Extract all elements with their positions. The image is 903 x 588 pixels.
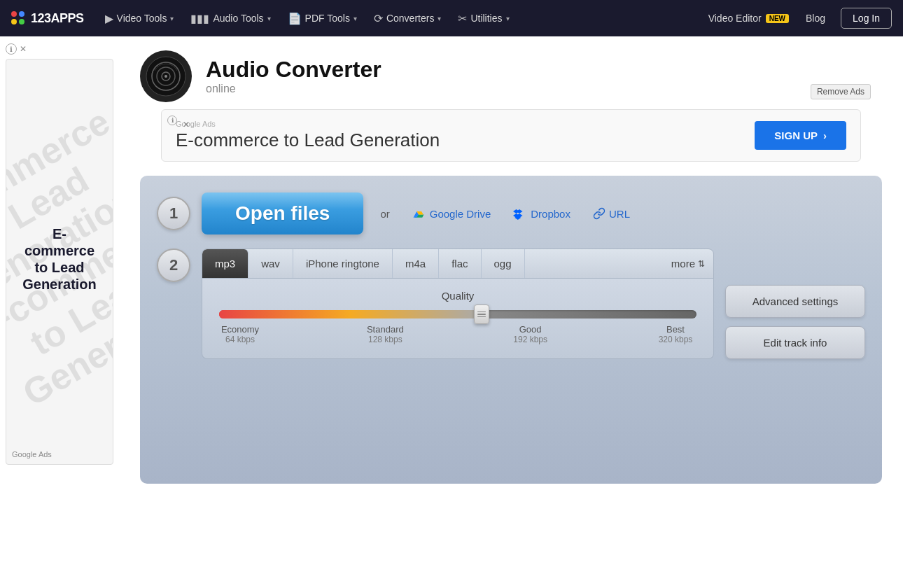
nav-utilities-label: Utilities	[470, 13, 502, 24]
ad-banner-close-button[interactable]: ✕	[183, 120, 190, 130]
open-files-button[interactable]: Open files	[202, 192, 363, 234]
logo-dot-blue	[19, 11, 24, 17]
navbar: 123APPS ▶ Video Tools ▾ ▮▮▮ Audio Tools …	[0, 0, 903, 36]
converter-area: 1 Open files or Google Drive	[140, 176, 882, 484]
ad-info-icon[interactable]: ℹ	[6, 43, 17, 55]
advanced-settings-button[interactable]: Advanced settings	[725, 285, 865, 318]
dropbox-icon	[513, 207, 526, 220]
format-tab-flac[interactable]: flac	[439, 249, 481, 278]
app-header: Audio Converter online	[119, 36, 903, 109]
left-ad-content: E-commerceto LeadGenerationE-commerceto …	[6, 59, 113, 465]
edit-track-info-button[interactable]: Edit track info	[725, 326, 865, 359]
remove-ads-button[interactable]: Remove Ads	[811, 84, 871, 99]
format-tab-wav[interactable]: wav	[248, 249, 293, 278]
ad-banner-info-icon[interactable]: ℹ	[167, 115, 177, 125]
app-title-area: Audio Converter online	[206, 57, 382, 94]
logo-dots	[11, 11, 25, 25]
logo-dot-yellow	[11, 19, 17, 24]
quality-slider[interactable]	[216, 310, 699, 318]
quality-marker-good: Good 192 kbps	[510, 324, 552, 344]
nav-video-tools-label: Video Tools	[117, 13, 167, 24]
audio-icon: ▮▮▮	[190, 12, 209, 25]
ad-banner-left: Google Ads E-commerce to Lead Generation	[176, 120, 741, 151]
thumb-line-3	[477, 316, 486, 318]
left-ad-small-label: Google Ads	[12, 450, 52, 458]
quality-filled	[219, 310, 482, 318]
chevron-down-icon-3: ▾	[354, 15, 357, 22]
new-badge: NEW	[766, 14, 789, 23]
quality-thumb[interactable]	[474, 304, 489, 324]
chevron-up-down-icon: ⇅	[698, 259, 705, 269]
ad-banner-headline: E-commerce to Lead Generation	[176, 130, 741, 151]
ad-close-button[interactable]: ✕	[20, 45, 27, 53]
step-1-row: 1 Open files or Google Drive	[157, 192, 865, 234]
pdf-icon: 📄	[288, 12, 302, 25]
quality-marker-economy: Economy 64 kbps	[219, 324, 261, 344]
ad-google-label: Google Ads	[176, 120, 741, 128]
url-icon	[593, 207, 606, 220]
app-title: Audio Converter	[206, 57, 382, 82]
google-drive-icon	[412, 207, 425, 220]
nav-video-tools[interactable]: ▶ Video Tools ▾	[98, 8, 181, 29]
dropbox-button[interactable]: Dropbox	[507, 204, 576, 223]
nav-converters-label: Converters	[386, 13, 434, 24]
logo-text: 123APPS	[31, 11, 84, 26]
google-drive-button[interactable]: Google Drive	[407, 204, 497, 223]
ad-banner: ℹ ✕ Google Ads E-commerce to Lead Genera…	[161, 109, 861, 162]
ad-signup-button[interactable]: SIGN UP ›	[755, 121, 846, 150]
nav-video-editor[interactable]: Video Editor NEW	[701, 8, 796, 28]
chevron-down-icon: ▾	[170, 15, 174, 22]
converters-icon: ⟳	[374, 12, 383, 25]
utilities-icon: ✂	[458, 12, 467, 25]
svg-point-4	[164, 75, 167, 78]
video-icon: ▶	[105, 12, 113, 25]
app-logo-svg	[145, 55, 187, 97]
ad-banner-wrapper: Remove Ads ℹ ✕ Google Ads E-commerce to …	[140, 109, 882, 169]
quality-track	[219, 310, 696, 318]
nav-pdf-tools[interactable]: 📄 PDF Tools ▾	[281, 8, 364, 29]
format-tab-more[interactable]: more ⇅	[663, 249, 713, 278]
nav-logo[interactable]: 123APPS	[11, 11, 84, 26]
nav-utilities[interactable]: ✂ Utilities ▾	[451, 8, 516, 29]
step-1-circle: 1	[157, 197, 190, 230]
ad-banner-info: ℹ ✕	[167, 115, 177, 125]
ad-info-bar: ℹ ✕	[6, 43, 113, 55]
chevron-down-icon-2: ▾	[267, 15, 271, 22]
nav-audio-tools[interactable]: ▮▮▮ Audio Tools ▾	[183, 8, 277, 29]
quality-panel: Quality	[202, 279, 714, 359]
nav-audio-tools-label: Audio Tools	[213, 13, 263, 24]
quality-markers: Economy 64 kbps Standard 128 kbps Good 1…	[216, 324, 699, 344]
app-subtitle: online	[206, 83, 382, 95]
quality-label: Quality	[216, 290, 699, 302]
format-tab-mp3[interactable]: mp3	[202, 249, 248, 278]
format-tab-iphone-ringtone[interactable]: iPhone ringtone	[293, 249, 393, 278]
url-button[interactable]: URL	[587, 204, 636, 223]
step-2-row: 2 mp3 wav iPhone ringtone m4a	[157, 248, 865, 359]
step-2-circle: 2	[157, 248, 190, 282]
logo-dot-red	[11, 11, 17, 17]
nav-blog[interactable]: Blog	[799, 8, 832, 28]
format-tab-ogg[interactable]: ogg	[482, 249, 525, 278]
format-tabs: mp3 wav iPhone ringtone m4a flac	[202, 248, 714, 279]
quality-marker-best: Best 320 kbps	[654, 324, 696, 344]
left-ad-title: E-commerce to Lead Generation	[18, 225, 102, 293]
right-buttons: Advanced settings Edit track info	[725, 248, 865, 359]
thumb-line-2	[477, 314, 486, 315]
format-tabs-area: mp3 wav iPhone ringtone m4a flac	[202, 248, 714, 359]
main-content: Audio Converter online Remove Ads ℹ ✕ Go…	[119, 36, 903, 526]
logo-dot-green	[19, 19, 24, 24]
thumb-line-1	[477, 312, 486, 313]
nav-pdf-tools-label: PDF Tools	[305, 13, 350, 24]
app-logo	[140, 50, 192, 102]
format-tab-m4a[interactable]: m4a	[393, 249, 439, 278]
chevron-down-icon-5: ▾	[506, 15, 510, 22]
left-ad-overlay: E-commerce to Lead Generation	[6, 214, 113, 309]
nav-video-editor-label: Video Editor	[708, 13, 762, 24]
login-button[interactable]: Log In	[841, 8, 892, 29]
quality-marker-standard: Standard 128 kbps	[364, 324, 406, 344]
content-area: ℹ ✕ E-commerceto LeadGenerationE-commerc…	[0, 36, 903, 526]
left-ad-panel: ℹ ✕ E-commerceto LeadGenerationE-commerc…	[0, 36, 119, 526]
nav-converters[interactable]: ⟳ Converters ▾	[367, 8, 448, 29]
or-text: or	[380, 208, 389, 220]
chevron-down-icon-4: ▾	[438, 15, 441, 22]
